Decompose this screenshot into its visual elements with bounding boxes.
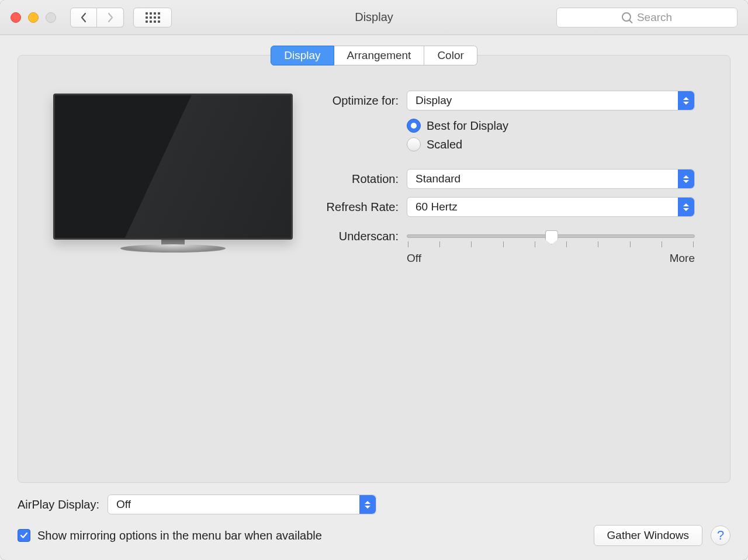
resolution-radio-group: Best for Display Scaled <box>407 119 695 151</box>
mirroring-label: Show mirroring options in the menu bar w… <box>37 529 322 542</box>
mirroring-checkbox[interactable] <box>18 529 30 542</box>
airplay-display-label: AirPlay Display: <box>18 498 99 511</box>
back-button[interactable] <box>70 8 97 27</box>
tab-arrangement[interactable]: Arrangement <box>334 46 425 65</box>
monitor-screen-icon <box>53 94 293 240</box>
updown-arrows-icon <box>678 170 694 188</box>
rotation-select[interactable]: Standard <box>407 169 695 189</box>
help-icon: ? <box>717 528 724 543</box>
airplay-row: AirPlay Display: Off <box>18 495 730 514</box>
radio-button-unchecked-icon <box>407 137 421 151</box>
updown-arrows-icon <box>678 91 694 110</box>
nav-buttons <box>70 8 124 27</box>
bottom-row: Show mirroring options in the menu bar w… <box>18 525 730 546</box>
checkmark-icon <box>20 531 28 540</box>
gather-windows-button[interactable]: Gather Windows <box>594 525 702 546</box>
optimize-for-value: Display <box>415 94 452 107</box>
rotation-label: Rotation: <box>310 172 407 186</box>
slider-track <box>407 234 695 238</box>
rotation-value: Standard <box>415 172 460 185</box>
display-settings: Optimize for: Display Best for Display S… <box>310 91 695 459</box>
search-icon <box>622 12 632 23</box>
titlebar: Display Search <box>0 0 748 35</box>
airplay-display-select[interactable]: Off <box>108 495 376 514</box>
underscan-max-label: More <box>670 252 695 265</box>
optimize-for-select[interactable]: Display <box>407 91 695 110</box>
maximize-window-button <box>46 12 56 23</box>
preferences-window: Display Search Display Arrangement Color… <box>0 0 748 560</box>
underscan-slider[interactable]: Off More <box>407 229 695 265</box>
radio-label: Scaled <box>427 138 462 151</box>
search-placeholder: Search <box>637 11 672 24</box>
search-input[interactable]: Search <box>556 8 737 27</box>
underscan-min-label: Off <box>407 252 421 265</box>
updown-arrows-icon <box>359 495 376 514</box>
optimize-for-label: Optimize for: <box>310 94 407 108</box>
updown-arrows-icon <box>678 198 694 216</box>
radio-button-checked-icon <box>407 119 421 133</box>
radio-scaled[interactable]: Scaled <box>407 137 695 151</box>
close-window-button[interactable] <box>11 12 21 23</box>
tab-bar: Display Arrangement Color <box>18 46 730 65</box>
window-title: Display <box>355 11 393 24</box>
radio-label: Best for Display <box>427 119 508 133</box>
tab-display[interactable]: Display <box>271 46 334 65</box>
chevron-left-icon <box>80 12 87 23</box>
footer: AirPlay Display: Off Show mirroring opti… <box>0 483 748 560</box>
tab-color[interactable]: Color <box>424 46 477 65</box>
minimize-window-button[interactable] <box>28 12 39 23</box>
show-all-button[interactable] <box>133 8 172 27</box>
traffic-lights <box>11 12 56 23</box>
forward-button[interactable] <box>97 8 124 27</box>
radio-best-for-display[interactable]: Best for Display <box>407 119 695 133</box>
grid-icon <box>146 12 160 23</box>
monitor-preview <box>53 94 293 257</box>
chevron-right-icon <box>107 12 114 23</box>
slider-labels: Off More <box>407 252 695 265</box>
airplay-display-value: Off <box>116 498 131 511</box>
refresh-rate-select[interactable]: 60 Hertz <box>407 197 695 217</box>
display-panel: Optimize for: Display Best for Display S… <box>18 55 730 483</box>
refresh-rate-label: Refresh Rate: <box>310 201 407 214</box>
refresh-rate-value: 60 Hertz <box>415 201 458 213</box>
content: Display Arrangement Color Optimize for: … <box>0 35 748 483</box>
help-button[interactable]: ? <box>711 526 730 545</box>
monitor-stand-icon <box>53 240 293 253</box>
underscan-label: Underscan: <box>310 229 407 243</box>
